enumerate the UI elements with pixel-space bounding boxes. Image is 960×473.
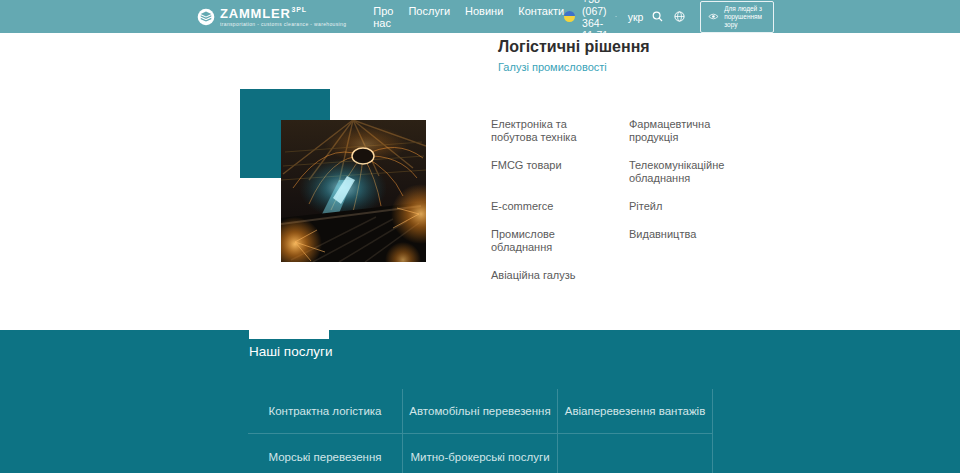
search-button[interactable]	[650, 11, 665, 22]
main-nav: Про нас Послуги Новини Контакти	[373, 5, 564, 29]
phone-dropdown[interactable]: +38 (067) 364-11-71	[582, 0, 618, 41]
service-cell: Авіаперевезення вантажів	[558, 389, 713, 434]
industries-list: Електроніка та побутова техніка Фармацев…	[491, 118, 741, 282]
logo-sup: 3PL	[292, 6, 307, 13]
ukraine-flag-icon	[564, 11, 575, 22]
nav-about[interactable]: Про нас	[373, 5, 393, 29]
our-services-section: Наші послуги Контрактна логістика Автомо…	[0, 330, 960, 473]
globe-icon	[674, 11, 685, 22]
page-title-block: Логістичні рішення Галузі промисловості	[498, 36, 650, 75]
eye-icon	[708, 12, 719, 21]
header-right: +38 (067) 364-11-71 укр	[564, 0, 960, 41]
header: ZAMMLER3PL transportation - customs clea…	[0, 0, 960, 33]
industry-link-publishing[interactable]: Видавництва	[629, 228, 741, 241]
logo-text: ZAMMLER3PL	[220, 7, 346, 20]
cube-logo-icon	[197, 8, 215, 26]
industry-link-ecommerce[interactable]: E-commerce	[491, 200, 615, 213]
service-link-road-transport[interactable]: Автомобільні перевезення	[409, 405, 550, 417]
accessibility-mode-button[interactable]: Для людей з порушенням зору	[700, 1, 774, 33]
industry-link-aviation[interactable]: Авіаційна галузь	[491, 269, 615, 282]
decorative-white-notch	[249, 330, 329, 339]
industry-link-industrial[interactable]: Промислове обладнання	[491, 228, 615, 254]
globe-button[interactable]	[672, 11, 687, 22]
service-cell: Автомобільні перевезення	[403, 389, 558, 434]
language-switch[interactable]: укр	[628, 11, 644, 23]
services-links-grid: Контрактна логістика Автомобільні переве…	[248, 389, 713, 473]
industry-link-telecom[interactable]: Телекомунікаційне обладнання	[629, 159, 741, 185]
industry-link-pharma[interactable]: Фармацевтична продукція	[629, 118, 741, 144]
service-link-air-freight[interactable]: Авіаперевезення вантажів	[565, 405, 706, 417]
industry-link-retail[interactable]: Рітейл	[629, 200, 741, 213]
service-link-sea-transport[interactable]: Морські перевезення	[268, 451, 381, 463]
nav-contacts[interactable]: Контакти	[518, 5, 564, 29]
industries-category-link[interactable]: Галузі промисловості	[498, 61, 607, 73]
service-cell: Морські перевезення	[248, 434, 403, 473]
nav-news[interactable]: Новини	[465, 5, 503, 29]
services-section-title: Наші послуги	[249, 344, 333, 359]
service-cell: Контрактна логістика	[248, 389, 403, 434]
main-content: Логістичні рішення Галузі промисловості …	[0, 33, 960, 330]
nav-services[interactable]: Послуги	[408, 5, 450, 29]
phone-number: +38 (067) 364-11-71	[582, 0, 611, 41]
accessibility-label: Для людей з порушенням зору	[724, 5, 765, 29]
industry-link-fmcg[interactable]: FMCG товари	[491, 159, 615, 172]
zammler-logo[interactable]: ZAMMLER3PL transportation - customs clea…	[197, 7, 346, 27]
service-cell: Митно-брокерські послуги	[403, 434, 558, 473]
warehouse-lightpainting-photo	[281, 120, 426, 262]
service-link-contract-logistics[interactable]: Контрактна логістика	[269, 405, 382, 417]
service-cell-empty	[558, 434, 713, 473]
industry-link-electronics[interactable]: Електроніка та побутова техніка	[491, 118, 615, 144]
chevron-down-icon	[615, 14, 617, 19]
service-link-customs-broker[interactable]: Митно-брокерські послуги	[410, 451, 549, 463]
logo-tagline: transportation - customs clearance - war…	[220, 22, 346, 27]
search-icon	[652, 11, 663, 22]
